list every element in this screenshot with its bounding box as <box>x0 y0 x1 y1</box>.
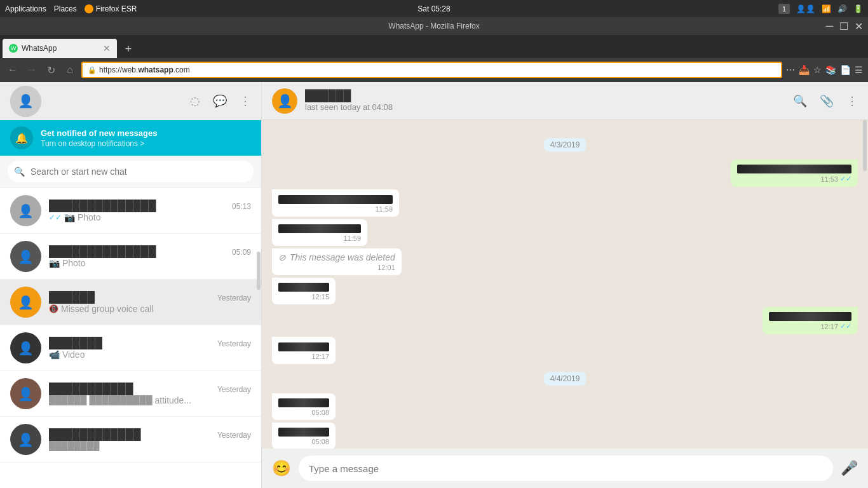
chat-avatar-4: 👤 <box>10 332 41 363</box>
chat-item-5[interactable]: 👤 ███████████ Yesterday ██████ █████████… <box>0 371 261 417</box>
back-btn[interactable]: ← <box>5 62 20 78</box>
reader-btn[interactable]: 📄 <box>840 65 851 75</box>
chat-info-6: ████████████ Yesterday ████████ <box>49 428 251 451</box>
toolbar-right: ⋯ 📥 ☆ 📚 📄 ☰ <box>786 65 863 75</box>
msg-content-in-2 <box>278 223 361 233</box>
tab-close-btn[interactable]: ✕ <box>103 43 111 53</box>
minimize-btn[interactable]: ─ <box>826 20 833 32</box>
chat-time-6: Yesterday <box>217 431 251 440</box>
msg-time-in-2: 11:59 <box>278 234 361 242</box>
bookmark-btn[interactable]: ☆ <box>813 65 822 75</box>
mic-btn[interactable]: 🎤 <box>841 460 858 477</box>
msg-time-in-5: 05:08 <box>278 409 329 416</box>
chat-time-3: Yesterday <box>217 294 251 302</box>
tab-favicon: W <box>9 44 18 53</box>
notification-bar: 🔔 Get notified of new messages Turn on d… <box>0 120 261 156</box>
chat-item-3[interactable]: 👤 ██████ Yesterday 📵 Missed group voice … <box>0 280 261 325</box>
window-controls[interactable]: ─ ☐ ✕ <box>826 20 863 32</box>
search-input[interactable] <box>8 161 254 182</box>
msg-content-in-4 <box>278 341 329 351</box>
date-label-1: 4/3/2019 <box>544 138 587 152</box>
notif-title: Get notified of new messages <box>41 128 158 138</box>
message-input[interactable] <box>299 456 833 481</box>
reload-btn[interactable]: ↻ <box>43 62 58 78</box>
hamburger-btn[interactable]: ☰ <box>855 65 863 75</box>
chat-header: 👤 ██████ last seen today at 04:08 🔍 📎 ⋮ <box>262 82 868 120</box>
msg-content-in-6 <box>278 426 329 437</box>
message-input-area: 😊 🎤 <box>262 449 868 488</box>
home-btn[interactable]: ⌂ <box>62 62 78 78</box>
chat-list-scrollbar[interactable] <box>257 252 261 290</box>
chat-info-4: ███████ Yesterday 📹 Video <box>49 337 251 360</box>
msg-content-out-2 <box>769 311 851 321</box>
address-bar[interactable]: 🔒 https://web.whatsapp.com <box>81 62 782 78</box>
msg-bubble-in-5: 05:08 <box>272 393 336 420</box>
attach-icon[interactable]: 📎 <box>820 94 834 108</box>
active-tab[interactable]: W WhatsApp ✕ <box>3 39 117 58</box>
status-icon[interactable]: ◌ <box>190 94 200 108</box>
chat-time-1: 05:13 <box>232 202 251 211</box>
msg-bubble-out-1: 11:53 ✓✓ <box>731 159 858 187</box>
msg-row-deleted: ⊘ This message was deleted 12:01 <box>272 248 858 275</box>
date-divider-2: 4/4/2019 <box>272 372 858 386</box>
msg-row-incoming-4: 12:17 <box>272 337 858 363</box>
chat-header-info: ██████ last seen today at 04:08 <box>305 90 785 112</box>
wifi-icon: 📶 <box>822 4 831 13</box>
msg-time-deleted: 12:01 <box>278 264 395 271</box>
search-icon: 🔍 <box>14 166 25 177</box>
new-chat-icon[interactable]: 💬 <box>213 94 227 108</box>
chat-info-5: ███████████ Yesterday ██████ ██████████ … <box>49 383 251 405</box>
chat-preview-2: 📷 Photo <box>49 258 251 268</box>
msg-time-in-1: 11:59 <box>278 205 393 213</box>
chat-item[interactable]: 👤 ██████████████ 05:13 ✓✓ 📷 Photo <box>0 188 261 234</box>
chat-item-4[interactable]: 👤 ███████ Yesterday 📹 Video <box>0 325 261 371</box>
left-header: 👤 ◌ 💬 ⋮ <box>0 82 261 120</box>
search-wrap: 🔍 <box>8 161 254 182</box>
new-tab-btn[interactable]: + <box>119 40 137 58</box>
left-panel: 👤 ◌ 💬 ⋮ 🔔 Get notified of new messages T… <box>0 82 262 488</box>
chat-name-4: ███████ <box>49 337 102 349</box>
toolbar-menu-btn[interactable]: ⋯ <box>786 65 795 75</box>
close-btn[interactable]: ✕ <box>855 20 863 32</box>
applications-menu[interactable]: Applications <box>5 4 46 13</box>
pocket-btn[interactable]: 📥 <box>799 65 810 75</box>
deleted-text: This message was deleted <box>290 252 395 262</box>
chat-avatar-3: 👤 <box>10 287 41 318</box>
whatsapp-app: 👤 ◌ 💬 ⋮ 🔔 Get notified of new messages T… <box>0 82 868 488</box>
notif-sub[interactable]: Turn on desktop notifications > <box>41 139 158 148</box>
battery-icon: 🔋 <box>853 4 863 13</box>
places-menu[interactable]: Places <box>54 4 77 13</box>
workspace-indicator: 1 <box>778 4 790 14</box>
chat-item-2[interactable]: 👤 ██████████████ 05:09 📷 Photo <box>0 234 261 280</box>
msg-content-in-5 <box>278 397 329 407</box>
read-tick-2: ✓✓ <box>840 322 851 330</box>
chat-avatar-5: 👤 <box>10 378 41 409</box>
msg-bubble-in-4: 12:17 <box>272 337 336 363</box>
maximize-btn[interactable]: ☐ <box>839 20 848 32</box>
more-options-icon[interactable]: ⋮ <box>846 94 858 108</box>
forward-btn[interactable]: → <box>24 62 39 78</box>
search-chat-icon[interactable]: 🔍 <box>793 94 807 108</box>
chat-item-6[interactable]: 👤 ████████████ Yesterday ████████ <box>0 417 261 463</box>
tick-icon-1: ✓✓ <box>49 213 62 222</box>
menu-icon[interactable]: ⋮ <box>240 94 251 108</box>
firefox-menu[interactable]: Firefox ESR <box>85 4 137 13</box>
library-btn[interactable]: 📚 <box>825 65 836 75</box>
messages-scrollbar[interactable] <box>863 120 867 171</box>
msg-row-incoming-1: 11:59 <box>272 189 858 216</box>
msg-row-incoming-3: 12:15 <box>272 278 858 304</box>
os-system-tray: 1 👤👤 📶 🔊 🔋 <box>778 4 863 14</box>
chat-info-1: ██████████████ 05:13 ✓✓ 📷 Photo <box>49 200 251 222</box>
chat-name-6: ████████████ <box>49 428 141 441</box>
header-icons: ◌ 💬 ⋮ <box>190 94 251 108</box>
emoji-btn[interactable]: 😊 <box>272 459 291 477</box>
missed-call-icon: 📵 <box>49 304 58 313</box>
msg-row-outgoing-1: 11:53 ✓✓ <box>272 159 858 187</box>
active-chat-avatar[interactable]: 👤 <box>272 88 297 114</box>
active-chat-name: ██████ <box>305 90 785 102</box>
chat-avatar-2: 👤 <box>10 241 41 272</box>
msg-time-in-4: 12:17 <box>278 353 329 360</box>
bell-icon: 🔔 <box>10 126 33 149</box>
msg-row-outgoing-2: 12:17 ✓✓ <box>272 307 858 334</box>
user-avatar[interactable]: 👤 <box>10 86 41 117</box>
